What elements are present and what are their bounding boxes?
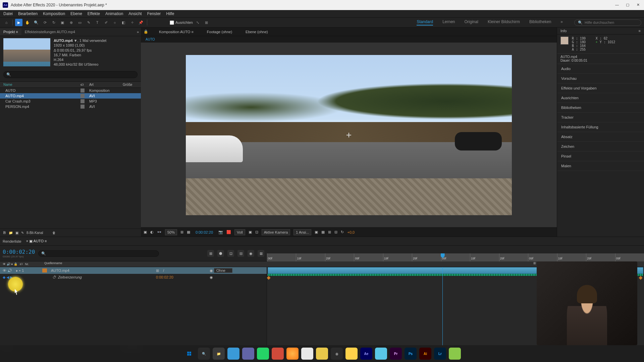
- keyframe-end[interactable]: [639, 276, 642, 280]
- panel-malen[interactable]: Malen: [557, 161, 644, 171]
- prop-zeitverzerrung[interactable]: ◆ ◀ ▶ ⏱ Zeitverzerrung 0:00:02:20 ◉: [0, 274, 267, 281]
- comp-crumb[interactable]: AUTO: [146, 38, 155, 41]
- taskbar-teams[interactable]: [242, 348, 254, 360]
- taskbar-red[interactable]: [272, 348, 284, 360]
- taskbar-obs[interactable]: ◉: [331, 348, 343, 360]
- panel-pinsel[interactable]: Pinsel: [557, 152, 644, 161]
- menu-ansicht[interactable]: Ansicht: [128, 11, 142, 16]
- ws-biblio[interactable]: Bibliotheken: [529, 19, 551, 25]
- orbit-tool[interactable]: ⟳: [41, 19, 49, 26]
- tab-comp[interactable]: AUTO: [34, 239, 44, 243]
- menu-fenster[interactable]: Fenster: [147, 11, 161, 16]
- mask-icon[interactable]: ▣: [144, 230, 147, 234]
- tl-btn-5[interactable]: ◉: [248, 250, 254, 257]
- taskbar-explorer[interactable]: 📁: [213, 348, 225, 360]
- time-ruler[interactable]: 00f19f 29f09f 19f29f 09f19f 29f09f 19f29…: [267, 253, 644, 261]
- info-title[interactable]: Info: [560, 29, 567, 33]
- menu-animation[interactable]: Animation: [105, 11, 123, 16]
- taskbar-ae[interactable]: Ae: [360, 348, 372, 360]
- new-comp-icon[interactable]: ▣: [15, 231, 18, 235]
- refresh-icon[interactable]: ↻: [341, 230, 344, 234]
- snap-tool[interactable]: ⤡: [194, 19, 202, 26]
- panel-absatz[interactable]: Absatz: [557, 132, 644, 142]
- region-icon[interactable]: ⊡: [255, 230, 258, 234]
- hand-tool[interactable]: ✋: [24, 19, 31, 26]
- offset-value[interactable]: +0,0: [347, 230, 355, 234]
- panel-menu-icon[interactable]: ≡: [639, 29, 641, 33]
- menu-effekte[interactable]: Effekte: [88, 11, 100, 16]
- views-dropdown[interactable]: 1 Ansi...: [293, 229, 311, 235]
- col-size[interactable]: Größe: [123, 83, 132, 86]
- puppet-tool[interactable]: 📌: [137, 19, 145, 26]
- zoom-tool[interactable]: 🔍: [33, 19, 40, 26]
- tl-btn-2[interactable]: ⬢: [217, 250, 224, 257]
- menu-ebene[interactable]: Ebene: [70, 11, 82, 16]
- tl-btn-3[interactable]: ⊡: [227, 250, 234, 257]
- tab-project[interactable]: Projekt ≡: [0, 28, 21, 35]
- transparency-icon[interactable]: ▣: [249, 230, 252, 234]
- ws-lernen[interactable]: Lernen: [442, 19, 455, 25]
- roto-tool[interactable]: ✧: [128, 19, 136, 26]
- trash-icon[interactable]: 🗑: [52, 231, 56, 235]
- current-time[interactable]: 0:00:02:20: [3, 249, 35, 255]
- taskbar-pr[interactable]: Pr: [390, 348, 402, 360]
- taskbar-lr[interactable]: Lr: [434, 348, 446, 360]
- 3d-icon[interactable]: 👓: [157, 230, 162, 234]
- panel-zeichen[interactable]: Zeichen: [557, 142, 644, 152]
- col-art[interactable]: Art: [89, 83, 123, 86]
- viewport[interactable]: [186, 55, 512, 215]
- project-item-auto-mp4[interactable]: AUTO.mp4 AVI: [0, 93, 141, 99]
- menu-bearbeiten[interactable]: Bearbeiten: [18, 11, 38, 16]
- tab-effect-settings[interactable]: Effekteinstellungen AUTO.mp4: [21, 28, 78, 35]
- bit-depth[interactable]: 8-Bit-Kanal: [26, 231, 43, 235]
- layer-1[interactable]: 👁 🔊 ▸ ▪ 1 AUTO.mp4 ⊞ / ◉ Ohne: [0, 267, 267, 274]
- home-icon[interactable]: ⌂: [3, 19, 10, 26]
- tl-btn-4[interactable]: ⊟: [237, 250, 244, 257]
- menu-komposition[interactable]: Komposition: [43, 11, 65, 16]
- project-item-auto[interactable]: AUTO Komposition: [0, 88, 141, 93]
- view4-icon[interactable]: ⊟: [334, 230, 337, 234]
- tab-render[interactable]: Renderliste: [3, 239, 21, 243]
- eraser-tool[interactable]: ◧: [120, 19, 127, 26]
- taskbar-firefox[interactable]: [286, 348, 299, 360]
- grid-icon[interactable]: ⊞: [180, 230, 183, 234]
- taskbar-app-y[interactable]: [316, 348, 328, 360]
- maximize-button[interactable]: ▢: [626, 3, 631, 7]
- menu-datei[interactable]: Datei: [3, 11, 13, 16]
- adjust-icon[interactable]: ✎: [21, 231, 24, 235]
- taskbar-ai[interactable]: Ai: [419, 348, 431, 360]
- col-name[interactable]: Name: [3, 83, 80, 86]
- taskbar-app-w[interactable]: [301, 348, 313, 360]
- clone-tool[interactable]: ⟐: [111, 19, 118, 26]
- brush-tool[interactable]: ✐: [102, 19, 110, 26]
- close-button[interactable]: ✕: [637, 3, 641, 7]
- ws-klein[interactable]: Kleiner Bildschirm: [488, 19, 520, 25]
- layer-tab[interactable]: Ebene (ohne): [243, 29, 271, 35]
- view2-icon[interactable]: ▦: [321, 230, 325, 234]
- view1-icon[interactable]: ▣: [315, 230, 318, 234]
- interpret-icon[interactable]: 🖹: [3, 231, 6, 235]
- panel-audio[interactable]: Audio: [557, 64, 644, 74]
- selection-tool[interactable]: ▶: [15, 19, 22, 26]
- align-checkbox[interactable]: [170, 20, 174, 25]
- tl-btn-1[interactable]: ⊞: [207, 250, 214, 257]
- tl-btn-6[interactable]: ⊠: [258, 250, 264, 257]
- keyframe-start[interactable]: [267, 276, 270, 280]
- taskbar-ps[interactable]: Ps: [405, 348, 417, 360]
- panel-ausrichten[interactable]: Ausrichten: [557, 93, 644, 103]
- taskbar-search[interactable]: 🔍: [198, 348, 210, 360]
- ws-original[interactable]: Original: [465, 19, 478, 25]
- timeline-search[interactable]: 🔍: [38, 250, 159, 257]
- new-folder-icon[interactable]: 📁: [9, 231, 13, 235]
- rotate-tool[interactable]: ↻: [50, 19, 57, 26]
- rect-tool[interactable]: ▭: [76, 19, 84, 26]
- help-search[interactable]: 🔍 Hilfe durchsuchen: [574, 19, 641, 26]
- camera-tool[interactable]: ▣: [59, 19, 66, 26]
- project-search[interactable]: 🔍: [3, 71, 138, 78]
- taskbar-app-g[interactable]: [449, 348, 461, 360]
- panel-bibliotheken[interactable]: Bibliotheken: [557, 103, 644, 113]
- project-item-carcrash[interactable]: Car Crash.mp3 MP3: [0, 99, 141, 104]
- panel-tracker[interactable]: Tracker: [557, 113, 644, 122]
- snap-opts[interactable]: ⊞: [203, 19, 210, 26]
- resolution-dropdown[interactable]: Voll: [234, 229, 245, 235]
